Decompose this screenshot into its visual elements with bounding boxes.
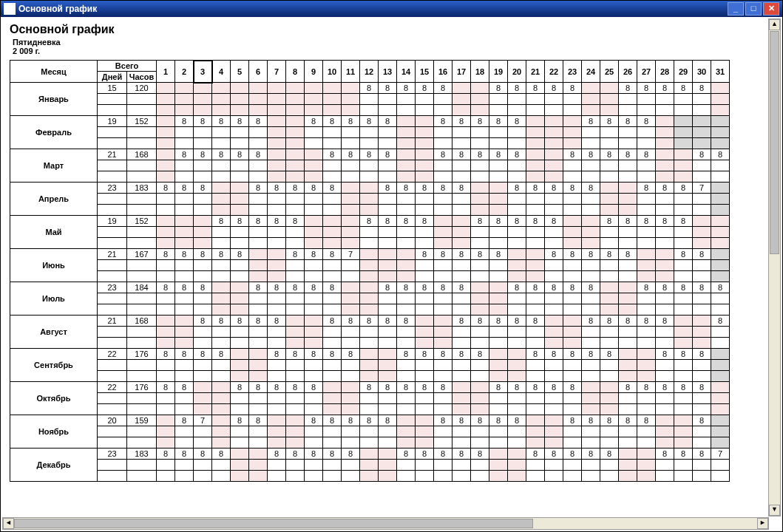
day-cell[interactable] (526, 138, 545, 149)
day-cell[interactable] (489, 160, 508, 171)
day-cell[interactable] (157, 471, 175, 482)
day-cell[interactable] (674, 393, 693, 404)
day-cell[interactable]: 8 (286, 349, 305, 360)
day-cell[interactable] (249, 371, 268, 382)
day-cell[interactable] (656, 149, 674, 160)
day-cell[interactable] (212, 83, 231, 94)
day-cell[interactable] (323, 205, 342, 216)
day-cell[interactable] (157, 149, 175, 160)
day-cell[interactable] (360, 249, 379, 260)
day-cell[interactable] (231, 360, 249, 371)
day-cell[interactable] (360, 227, 379, 238)
day-cell[interactable] (508, 371, 526, 382)
day-cell[interactable]: 8 (360, 216, 379, 227)
day-cell[interactable] (508, 293, 526, 304)
day-cell[interactable]: 8 (526, 316, 545, 327)
day-cell[interactable] (508, 437, 526, 449)
day-cell[interactable] (563, 471, 582, 482)
day-cell[interactable]: 8 (452, 349, 471, 360)
day-cell[interactable] (674, 260, 693, 271)
day-cell[interactable] (526, 271, 545, 282)
day-cell[interactable] (157, 216, 175, 227)
day-cell[interactable]: 8 (508, 282, 526, 293)
day-cell[interactable] (563, 227, 582, 238)
day-cell[interactable]: 8 (194, 249, 212, 260)
day-cell[interactable] (582, 426, 600, 437)
day-cell[interactable] (268, 360, 286, 371)
day-cell[interactable] (471, 437, 489, 449)
day-cell[interactable] (711, 249, 730, 260)
day-cell[interactable] (305, 293, 323, 304)
day-cell[interactable] (323, 194, 342, 205)
day-cell[interactable]: 8 (693, 349, 711, 360)
day-cell[interactable]: 8 (563, 382, 582, 393)
day-cell[interactable] (397, 138, 416, 149)
day-cell[interactable] (582, 260, 600, 271)
day-cell[interactable] (342, 183, 360, 194)
day-cell[interactable] (360, 393, 379, 404)
day-cell[interactable] (693, 460, 711, 471)
day-cell[interactable] (157, 94, 175, 105)
day-cell[interactable] (582, 371, 600, 382)
day-cell[interactable] (563, 105, 582, 116)
hscroll-track[interactable] (533, 518, 757, 529)
day-cell[interactable] (434, 327, 452, 338)
day-header-29[interactable]: 29 (674, 61, 693, 83)
day-cell[interactable] (471, 371, 489, 382)
day-cell[interactable] (693, 216, 711, 227)
day-cell[interactable]: 8 (323, 316, 342, 327)
day-cell[interactable] (379, 404, 397, 415)
day-cell[interactable] (434, 105, 452, 116)
day-cell[interactable] (416, 404, 434, 415)
day-cell[interactable] (711, 160, 730, 171)
vscroll-thumb[interactable] (770, 31, 779, 254)
day-cell[interactable] (508, 171, 526, 183)
day-cell[interactable] (452, 83, 471, 94)
day-cell[interactable]: 8 (212, 216, 231, 227)
day-cell[interactable] (582, 138, 600, 149)
day-cell[interactable] (175, 171, 194, 183)
day-cell[interactable] (656, 471, 674, 482)
day-cell[interactable]: 8 (305, 349, 323, 360)
day-cell[interactable] (360, 426, 379, 437)
day-cell[interactable] (249, 205, 268, 216)
day-cell[interactable] (286, 149, 305, 160)
day-cell[interactable] (600, 437, 619, 449)
day-cell[interactable] (711, 116, 730, 127)
day-cell[interactable] (619, 271, 637, 282)
day-cell[interactable] (268, 116, 286, 127)
day-cell[interactable] (508, 205, 526, 216)
day-cell[interactable] (212, 205, 231, 216)
day-cell[interactable] (286, 293, 305, 304)
day-cell[interactable] (379, 349, 397, 360)
day-cell[interactable] (249, 227, 268, 238)
day-cell[interactable] (711, 404, 730, 415)
day-cell[interactable] (268, 271, 286, 282)
day-cell[interactable] (526, 94, 545, 105)
day-cell[interactable] (600, 271, 619, 282)
day-cell[interactable]: 8 (416, 249, 434, 260)
day-cell[interactable] (397, 238, 416, 249)
day-cell[interactable] (305, 327, 323, 338)
day-cell[interactable] (582, 404, 600, 415)
day-cell[interactable] (212, 304, 231, 316)
day-cell[interactable] (342, 437, 360, 449)
day-cell[interactable] (268, 426, 286, 437)
day-cell[interactable] (323, 393, 342, 404)
day-cell[interactable] (175, 327, 194, 338)
day-cell[interactable]: 8 (286, 249, 305, 260)
day-cell[interactable] (582, 94, 600, 105)
day-cell[interactable] (397, 404, 416, 415)
day-cell[interactable]: 8 (693, 415, 711, 426)
day-cell[interactable]: 8 (563, 449, 582, 460)
day-cell[interactable] (582, 105, 600, 116)
day-cell[interactable] (305, 371, 323, 382)
day-cell[interactable] (249, 127, 268, 138)
day-cell[interactable]: 8 (656, 382, 674, 393)
day-cell[interactable] (656, 360, 674, 371)
day-cell[interactable] (379, 227, 397, 238)
day-cell[interactable] (157, 171, 175, 183)
day-cell[interactable]: 8 (231, 415, 249, 426)
day-cell[interactable] (231, 83, 249, 94)
day-cell[interactable] (379, 304, 397, 316)
